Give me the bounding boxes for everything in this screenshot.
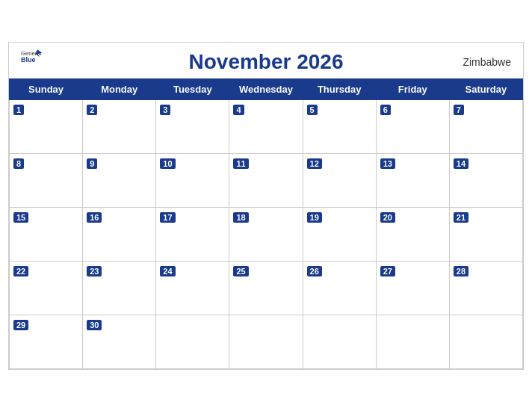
- day-number: 22: [13, 266, 28, 276]
- day-number: 24: [160, 266, 175, 276]
- calendar-cell: 21: [449, 207, 522, 261]
- day-number: 6: [380, 105, 391, 115]
- calendar-week-row: 891011121314: [10, 153, 523, 207]
- day-number: 23: [87, 266, 102, 276]
- calendar-cell: 13: [376, 153, 449, 207]
- calendar-title: November 2026: [188, 50, 343, 74]
- calendar-cell: 10: [156, 153, 229, 207]
- header-monday: Monday: [83, 78, 156, 99]
- header-saturday: Saturday: [449, 78, 522, 99]
- calendar-week-row: 22232425262728: [10, 261, 523, 315]
- calendar-cell: 25: [229, 261, 303, 315]
- day-number: 4: [233, 105, 244, 115]
- header-wednesday: Wednesday: [229, 78, 303, 99]
- day-number: 2: [87, 105, 97, 115]
- calendar-cell: 28: [449, 261, 522, 315]
- day-number: 18: [233, 212, 248, 223]
- day-number: 15: [13, 212, 28, 223]
- day-number: 11: [233, 158, 248, 169]
- calendar-cell: 20: [376, 207, 449, 261]
- header-thursday: Thursday: [303, 78, 376, 99]
- calendar-cell: [303, 315, 376, 368]
- day-number: 1: [13, 105, 24, 115]
- day-number: 7: [454, 105, 464, 115]
- country-label: Zimbabwe: [463, 56, 511, 68]
- calendar-cell: 11: [229, 153, 303, 207]
- day-number: 25: [233, 266, 248, 276]
- calendar-header: General Blue November 2026 Zimbabwe: [9, 43, 523, 78]
- day-number: 29: [13, 320, 28, 330]
- day-number: 8: [13, 158, 24, 169]
- weekday-header-row: Sunday Monday Tuesday Wednesday Thursday…: [10, 78, 523, 99]
- day-number: 14: [454, 158, 468, 169]
- calendar-cell: 4: [229, 99, 303, 153]
- day-number: 30: [87, 320, 102, 330]
- calendar-cell: 7: [449, 99, 522, 153]
- header-friday: Friday: [376, 78, 449, 99]
- calendar-cell: 27: [376, 261, 449, 315]
- calendar-cell: 5: [303, 99, 376, 153]
- day-number: 21: [454, 212, 468, 223]
- svg-text:Blue: Blue: [21, 55, 36, 63]
- calendar-cell: 1: [10, 99, 83, 153]
- calendar-cell: [229, 315, 303, 368]
- calendar-cell: 12: [303, 153, 376, 207]
- calendar-week-row: 1234567: [10, 99, 523, 153]
- header-sunday: Sunday: [10, 78, 83, 99]
- day-number: 27: [380, 266, 395, 276]
- calendar-cell: [156, 315, 229, 368]
- day-number: 19: [307, 212, 322, 223]
- calendar-cell: [376, 315, 449, 368]
- day-number: 28: [454, 266, 468, 276]
- day-number: 16: [87, 212, 102, 223]
- calendar-cell: 23: [83, 261, 156, 315]
- logo-bird-icon: General Blue: [21, 49, 42, 64]
- day-number: 3: [160, 105, 170, 115]
- calendar-cell: 29: [10, 315, 83, 368]
- calendar-cell: 26: [303, 261, 376, 315]
- day-number: 20: [380, 212, 395, 223]
- day-number: 13: [380, 158, 395, 169]
- calendar-cell: 30: [83, 315, 156, 368]
- day-number: 26: [307, 266, 322, 276]
- day-number: 17: [160, 212, 175, 223]
- calendar-cell: 3: [156, 99, 229, 153]
- calendar-cell: [449, 315, 522, 368]
- calendar-table: Sunday Monday Tuesday Wednesday Thursday…: [9, 78, 523, 369]
- calendar-container: General Blue November 2026 Zimbabwe Sund…: [8, 42, 524, 370]
- calendar-cell: 15: [10, 207, 83, 261]
- calendar-cell: 9: [83, 153, 156, 207]
- calendar-week-row: 2930: [10, 315, 523, 368]
- calendar-cell: 24: [156, 261, 229, 315]
- day-number: 12: [307, 158, 322, 169]
- calendar-week-row: 15161718192021: [10, 207, 523, 261]
- calendar-cell: 22: [10, 261, 83, 315]
- calendar-cell: 2: [83, 99, 156, 153]
- calendar-cell: 16: [83, 207, 156, 261]
- day-number: 10: [160, 158, 175, 169]
- logo-area: General Blue: [21, 49, 42, 64]
- calendar-cell: 6: [376, 99, 449, 153]
- header-tuesday: Tuesday: [156, 78, 229, 99]
- calendar-cell: 19: [303, 207, 376, 261]
- calendar-cell: 14: [449, 153, 522, 207]
- day-number: 9: [87, 158, 97, 169]
- calendar-cell: 17: [156, 207, 229, 261]
- day-number: 5: [307, 105, 318, 115]
- calendar-cell: 8: [10, 153, 83, 207]
- calendar-cell: 18: [229, 207, 303, 261]
